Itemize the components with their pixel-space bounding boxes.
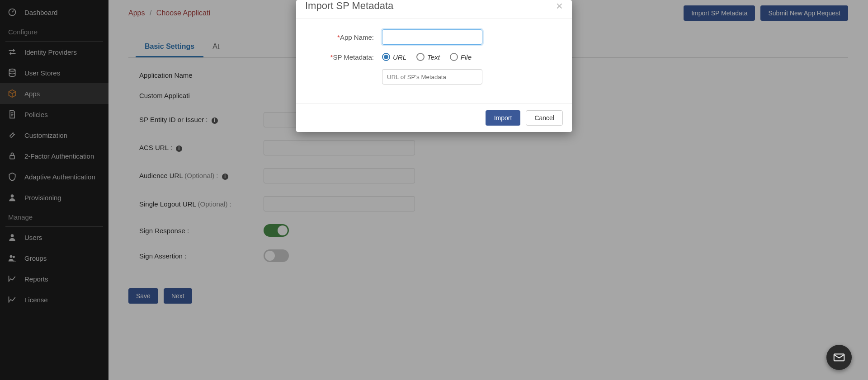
modal-title: Import SP Metadata: [305, 0, 393, 12]
label-app-name: *App Name:: [305, 33, 382, 41]
label-sp-metadata: *SP Metadata:: [305, 53, 382, 61]
radio-icon: [382, 53, 390, 61]
radio-file[interactable]: File: [450, 53, 472, 61]
app-name-input[interactable]: [382, 29, 482, 45]
cancel-button[interactable]: Cancel: [526, 110, 563, 126]
import-button[interactable]: Import: [486, 110, 521, 126]
mail-icon: [832, 351, 846, 364]
svg-rect-7: [834, 354, 844, 361]
close-icon[interactable]: ×: [556, 0, 563, 12]
radio-icon: [450, 53, 458, 61]
radio-icon: [416, 53, 425, 61]
import-sp-metadata-modal: Import SP Metadata × *App Name: *SP Meta…: [296, 0, 572, 132]
metadata-url-input[interactable]: [382, 69, 482, 84]
radio-url[interactable]: URL: [382, 53, 406, 61]
contact-mail-button[interactable]: [826, 345, 852, 370]
radio-text[interactable]: Text: [416, 53, 440, 61]
sp-metadata-radio-group: URL Text File: [382, 53, 472, 61]
